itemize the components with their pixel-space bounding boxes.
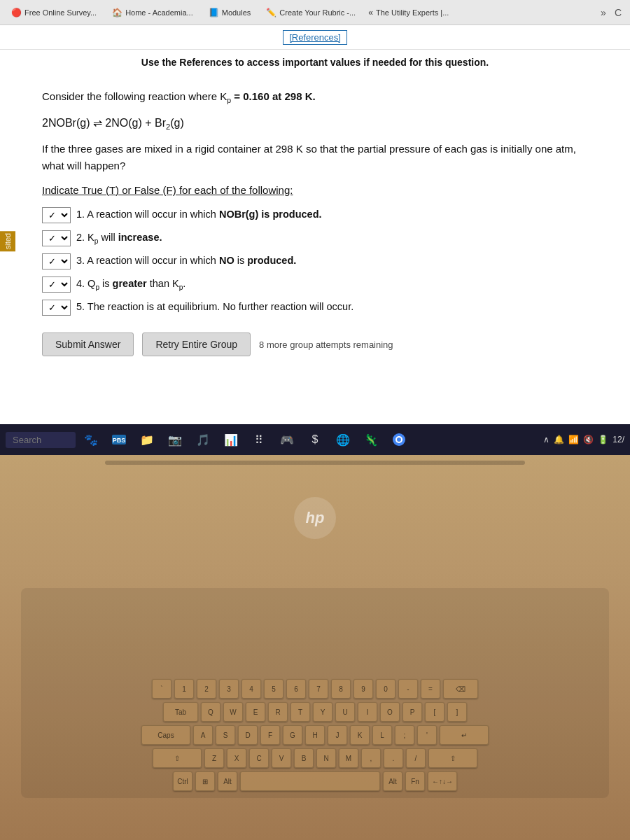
time-display: 12/ (612, 435, 624, 444)
key-a[interactable]: A (193, 725, 213, 745)
key-lbracket[interactable]: [ (425, 702, 444, 722)
key-c[interactable]: C (249, 748, 269, 768)
tab-academia[interactable]: 🏠 Home - Academia... (106, 6, 199, 19)
key-spacebar[interactable] (240, 771, 380, 791)
taskbar-battery-icon[interactable]: 🔋 (598, 435, 608, 444)
statement-3-select[interactable]: ✓ T F (42, 253, 71, 270)
key-e[interactable]: E (246, 702, 265, 722)
key-u[interactable]: U (335, 702, 355, 722)
key-g[interactable]: G (283, 725, 302, 745)
key-j[interactable]: J (328, 725, 347, 745)
tab-utility[interactable]: « The Utility Experts |... (363, 6, 454, 19)
key-q[interactable]: Q (201, 702, 220, 722)
key-slash[interactable]: / (406, 748, 426, 768)
key-row-qwerty: Tab Q W E R T Y U I O P [ ] (28, 702, 602, 722)
key-8[interactable]: 8 (331, 679, 351, 699)
taskbar-file-icon[interactable]: 📁 (134, 427, 160, 452)
key-6[interactable]: 6 (286, 679, 306, 699)
taskbar-wifi-icon[interactable]: 📶 (568, 435, 579, 444)
key-minus[interactable]: - (398, 679, 418, 699)
key-2[interactable]: 2 (197, 679, 216, 699)
statement-4-select[interactable]: ✓ T F (42, 276, 71, 293)
key-ctrl[interactable]: Ctrl (173, 771, 192, 791)
key-win[interactable]: ⊞ (195, 771, 215, 791)
statement-item-2: ✓ T F 2. Kp will increase. (42, 230, 588, 246)
tab-rubric[interactable]: ✏️ Create Your Rubric -... (260, 6, 358, 19)
retry-entire-group-button[interactable]: Retry Entire Group (142, 332, 251, 356)
key-4[interactable]: 4 (241, 679, 261, 699)
statement-1-select[interactable]: ✓ T F (42, 207, 71, 223)
key-rbracket[interactable]: ] (447, 702, 467, 722)
key-v[interactable]: V (272, 748, 291, 768)
key-capslock[interactable]: Caps (141, 725, 190, 745)
statement-5-text: 5. The reaction is at equilibrium. No fu… (76, 300, 588, 315)
key-fn[interactable]: Fn (405, 771, 425, 791)
key-h[interactable]: H (305, 725, 325, 745)
taskbar-pbs-icon[interactable]: PBS (106, 427, 132, 452)
key-tab[interactable]: Tab (163, 702, 198, 722)
key-0[interactable]: 0 (376, 679, 396, 699)
key-t[interactable]: T (290, 702, 310, 722)
taskbar-app4-icon[interactable]: 🦎 (358, 427, 384, 452)
key-enter[interactable]: ↵ (440, 725, 489, 745)
references-link[interactable]: [References] (283, 30, 347, 45)
key-b[interactable]: B (294, 748, 314, 768)
key-9[interactable]: 9 (354, 679, 373, 699)
taskbar-photo-icon[interactable]: 🐾 (78, 427, 104, 452)
tab-icon-rubric: ✏️ (266, 8, 276, 18)
key-period[interactable]: . (384, 748, 403, 768)
key-altgr[interactable]: Alt (383, 771, 402, 791)
key-i[interactable]: I (358, 702, 377, 722)
key-lshift[interactable]: ⇧ (153, 748, 202, 768)
key-m[interactable]: M (339, 748, 358, 768)
chevron-up-icon[interactable]: ∧ (543, 435, 550, 444)
key-d[interactable]: D (238, 725, 258, 745)
key-backspace[interactable]: ⌫ (443, 679, 478, 699)
key-s[interactable]: S (216, 725, 235, 745)
key-backtick[interactable]: ` (152, 679, 172, 699)
key-r[interactable]: R (268, 702, 288, 722)
key-7[interactable]: 7 (309, 679, 328, 699)
key-p[interactable]: P (402, 702, 422, 722)
statement-5-select[interactable]: ✓ T F (42, 300, 71, 316)
key-l[interactable]: L (372, 725, 392, 745)
key-alt[interactable]: Alt (218, 771, 237, 791)
key-y[interactable]: Y (313, 702, 332, 722)
taskbar-camera-icon[interactable]: 📷 (162, 427, 188, 452)
key-f[interactable]: F (260, 725, 280, 745)
taskbar-app2-icon[interactable]: 📊 (218, 427, 244, 452)
close-tab-button[interactable]: C (612, 6, 624, 20)
taskbar-globe-icon[interactable]: 🌐 (330, 427, 356, 452)
key-z[interactable]: Z (204, 748, 224, 768)
references-bar: [References] (0, 25, 630, 50)
key-quote[interactable]: ' (417, 725, 437, 745)
submit-answer-button[interactable]: Submit Answer (42, 332, 134, 356)
key-x[interactable]: X (227, 748, 246, 768)
taskbar-dollar-icon[interactable]: $ (302, 427, 328, 452)
key-arrows[interactable]: ←↑↓→ (428, 771, 457, 791)
key-rshift[interactable]: ⇧ (428, 748, 477, 768)
key-equals[interactable]: = (421, 679, 440, 699)
key-n[interactable]: N (316, 748, 336, 768)
key-w[interactable]: W (223, 702, 243, 722)
taskbar-volume-icon[interactable]: 🔇 (583, 435, 594, 444)
tab-free-survey[interactable]: 🔴 Free Online Survey... (6, 6, 102, 19)
statement-2-select[interactable]: ✓ T F (42, 230, 71, 246)
taskbar-search-input[interactable] (6, 432, 76, 448)
taskbar-chrome-icon[interactable] (386, 427, 412, 452)
key-3[interactable]: 3 (219, 679, 239, 699)
taskbar-speaker-icon[interactable]: 🔔 (554, 435, 564, 444)
key-comma[interactable]: , (361, 748, 381, 768)
key-semicolon[interactable]: ; (395, 725, 414, 745)
key-1[interactable]: 1 (174, 679, 194, 699)
more-tabs-button[interactable]: » (598, 6, 609, 20)
content-area: sited [References] Use the References to… (0, 25, 630, 424)
tab-modules[interactable]: 📘 Modules (203, 6, 257, 19)
taskbar-app3-icon[interactable]: 🎮 (274, 427, 300, 452)
key-k[interactable]: K (350, 725, 370, 745)
taskbar: 🐾 PBS 📁 📷 🎵 📊 ⠿ 🎮 $ 🌐 🦎 ∧ 🔔 📶 🔇 🔋 12/ (0, 424, 630, 455)
key-5[interactable]: 5 (264, 679, 284, 699)
taskbar-app1-icon[interactable]: 🎵 (190, 427, 216, 452)
taskbar-grid-icon[interactable]: ⠿ (246, 427, 272, 452)
key-o[interactable]: O (380, 702, 400, 722)
